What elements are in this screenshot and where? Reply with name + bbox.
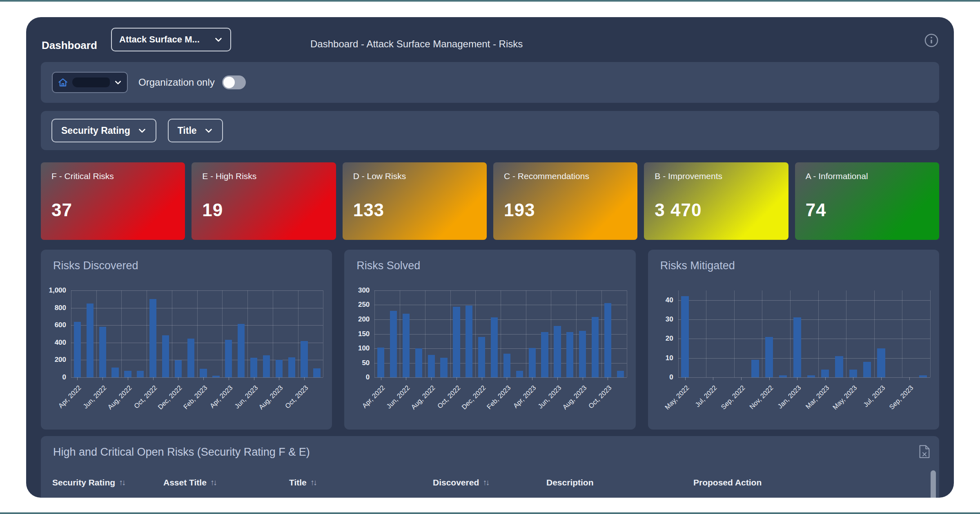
bar [415,348,422,377]
column-header-label: Description [546,478,594,487]
organization-only-toggle[interactable] [222,75,246,89]
x-axis-label: Apr, 2022 [57,384,82,410]
x-axis-label: Feb, 2023 [486,384,512,411]
card-label: E - High Risks [202,171,325,181]
y-tick-label: 800 [41,304,66,312]
gridline [425,290,425,377]
x-axis-label: Sep, 2023 [887,384,915,411]
x-axis-label: Oct, 2023 [587,384,613,410]
x-tick [853,377,853,380]
y-tick-label: 600 [41,321,66,329]
y-tick-label: 300 [344,286,370,295]
summary-card: C - Recommendations193 [493,162,637,240]
gridline [627,290,627,377]
sort-icon[interactable]: ↑↓ [483,478,488,487]
column-header-security-rating[interactable]: Security Rating↑↓ [52,478,163,487]
y-tick-label: 30 [648,315,673,323]
x-tick [557,377,558,380]
x-axis-label: Apr, 2022 [361,384,386,410]
bar [276,360,283,377]
bar [288,357,295,377]
gridline [762,290,762,377]
chevron-down-icon [214,35,223,44]
sort-icon[interactable]: ↑↓ [119,478,125,487]
x-axis-label: Jun, 2022 [82,384,108,410]
gridline [846,290,846,377]
column-header-title[interactable]: Title↑↓ [289,478,433,487]
title-filter[interactable]: Title [168,119,223,142]
card-value: 37 [51,200,174,220]
gridline [526,290,526,377]
sort-icon[interactable]: ↑↓ [310,478,316,487]
bar [566,332,573,377]
gridline [678,300,930,301]
summary-card: B - Improvements3 470 [644,162,788,240]
x-tick [102,377,103,380]
bar [87,304,94,377]
sort-icon[interactable]: ↑↓ [210,478,216,487]
x-tick [507,377,507,380]
page-title: Dashboard - Attack Surface Management - … [310,38,523,50]
y-tick-label: 250 [344,301,370,309]
dashboard-selector[interactable]: Attack Surface M... [111,28,231,51]
chart-panel-risks-discovered: Risks Discovered 1,0008006004002000 Apr,… [41,250,332,430]
x-tick [406,377,406,380]
x-axis-label: Aug, 2023 [257,384,285,411]
card-value: 74 [806,200,929,220]
gridline [601,290,602,377]
scope-dropdown[interactable] [52,72,128,93]
y-tick-label: 10 [648,354,673,362]
security-rating-filter-label: Security Rating [61,125,130,136]
bar [849,370,857,377]
bar [377,348,384,377]
table-title: High and Critical Open Risks (Security R… [53,446,310,459]
info-icon[interactable] [924,33,939,48]
export-excel-icon[interactable] [919,445,930,458]
bar [453,307,460,377]
x-axis-label: Nov, 2022 [748,384,775,411]
bar [466,306,472,377]
gridline [374,290,375,377]
bar [263,355,270,377]
column-header-description: Description [546,478,693,487]
column-header-label: Security Rating [52,478,115,487]
organization-only-label: Organization only [138,77,215,88]
y-tick-label: 40 [648,296,673,304]
gridline [172,290,172,377]
x-tick [229,377,229,380]
gridline [678,358,930,359]
x-tick [128,377,128,380]
x-tick [797,377,797,380]
y-axis: 300250200150100500 [344,290,370,377]
card-label: A - Informational [806,171,929,181]
summary-card: F - Critical Risks37 [41,162,185,240]
card-value: 193 [504,200,627,220]
bar [579,331,586,377]
x-axis: Apr, 2022Jun, 2022Aug, 2022Oct, 2022Dec,… [374,377,626,428]
bar [554,326,561,377]
bar [99,327,106,377]
gridline [678,319,930,320]
column-header-label: Discovered [433,478,479,487]
y-tick-label: 150 [344,330,370,338]
plot [374,290,626,377]
gridline [734,290,735,377]
column-header-asset-title[interactable]: Asset Title↑↓ [163,478,289,487]
summary-card: D - Low Risks133 [343,162,487,240]
gridline [818,290,819,377]
x-axis-label: Oct, 2023 [283,384,310,410]
security-rating-filter[interactable]: Security Rating [51,119,156,142]
risks-table-panel: High and Critical Open Risks (Security R… [41,436,939,498]
charts-row: Risks Discovered 1,0008006004002000 Apr,… [41,250,939,430]
home-icon [58,77,68,88]
chart-title: Risks Discovered [53,259,138,272]
x-axis-label: May, 2023 [831,384,859,411]
column-header-label: Title [289,478,307,487]
table-scrollbar[interactable] [931,470,936,498]
x-axis-label: Aug, 2022 [106,384,134,411]
plot [678,290,930,377]
y-tick-label: 50 [344,359,370,367]
gridline [930,290,931,377]
column-header-discovered[interactable]: Discovered↑↓ [433,478,546,487]
x-axis-label: Jun, 2023 [537,384,563,410]
